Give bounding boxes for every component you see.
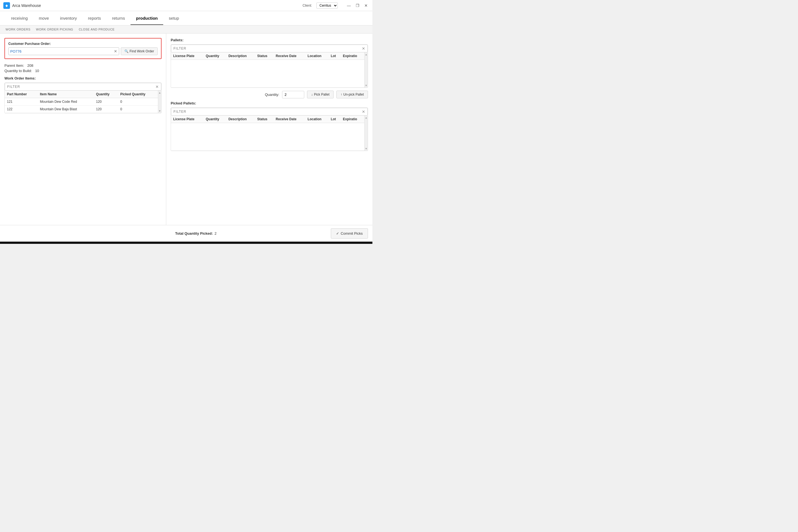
scroll-up-icon[interactable]: ▲ <box>364 52 368 57</box>
pallets-scrollbar[interactable]: ▲ ▼ <box>364 52 368 88</box>
col-part-number: Part Number <box>5 91 38 98</box>
pallets-table-scroll-container: License Plate Quantity Description Statu… <box>171 52 368 88</box>
nav-item-reports[interactable]: reports <box>82 11 107 25</box>
po-input[interactable] <box>10 49 114 54</box>
po-input-row: ✕ 🔍 Find Work Order <box>8 48 158 55</box>
right-panel: Pallets: ✕ License Plate Quantity Descri… <box>166 34 373 225</box>
parent-item-label: Parent Item: <box>4 63 24 68</box>
breadcrumb-work-orders[interactable]: WORK ORDERS <box>5 28 31 31</box>
col-status: Status <box>255 116 273 123</box>
maximize-button[interactable]: ❐ <box>355 3 361 8</box>
close-button[interactable]: ✕ <box>363 3 369 8</box>
po-input-wrapper: ✕ <box>8 48 119 55</box>
app-icon <box>3 2 10 9</box>
pallets-filter-input[interactable] <box>173 46 362 51</box>
main-content: Customer Purchase Order: ✕ 🔍 Find Work O… <box>0 34 373 225</box>
total-qty-row: Total Quantity Picked: 2 <box>175 231 217 235</box>
bottom-right: Total Quantity Picked: 2 ✓ Commit Picks <box>171 228 368 239</box>
scroll-up-icon[interactable]: ▲ <box>158 91 162 95</box>
work-order-items-label: Work Order Items: <box>4 76 162 80</box>
nav-item-setup[interactable]: setup <box>163 11 185 25</box>
empty-row <box>171 123 364 151</box>
total-qty-label: Total Quantity Picked: <box>175 231 213 235</box>
picked-table-scroll-container: License Plate Quantity Description Statu… <box>171 116 368 151</box>
col-expiration: Expiratio <box>341 52 364 60</box>
checkmark-icon: ✓ <box>336 231 339 235</box>
items-table: Part Number Item Name Quantity Picked Qu… <box>5 91 158 113</box>
col-description: Description <box>226 116 255 123</box>
col-expiration: Expiratio <box>341 116 364 123</box>
picked-filter-clear[interactable]: ✕ <box>362 110 365 114</box>
minimize-button[interactable]: — <box>345 3 352 8</box>
cell-part-number: 121 <box>5 98 38 106</box>
qty-to-build-row: Quantity to Build: 10 <box>4 69 162 73</box>
col-receive-date: Receive Date <box>273 52 305 60</box>
picked-filter-row: ✕ <box>171 108 368 116</box>
items-table-wrapper: ✕ Part Number Item Name Quantity Picked … <box>4 82 162 113</box>
pallets-filter-clear[interactable]: ✕ <box>362 46 365 51</box>
customer-po-label: Customer Purchase Order: <box>8 42 158 46</box>
table-row[interactable]: 121 Mountain Dew Code Red 120 0 <box>5 98 158 106</box>
table-row[interactable]: 122 Mountain Dew Baja Blast 120 0 <box>5 106 158 113</box>
breadcrumb-work-order-picking[interactable]: WORK ORDER PICKING <box>36 28 73 31</box>
cell-item-name: Mountain Dew Code Red <box>38 98 94 106</box>
parent-item-row: Parent Item: 208 <box>4 63 162 68</box>
items-scrollbar[interactable]: ▲ ▼ <box>158 91 161 113</box>
col-quantity: Quantity <box>94 91 118 98</box>
col-description: Description <box>226 52 255 60</box>
col-item-name: Item Name <box>38 91 94 98</box>
items-table-scroll-container: Part Number Item Name Quantity Picked Qu… <box>5 91 161 113</box>
col-picked-quantity: Picked Quantity <box>118 91 158 98</box>
picked-pallets-label: Picked Pallets: <box>171 101 368 105</box>
qty-to-build-value: 10 <box>35 69 39 73</box>
col-lot: Lot <box>329 52 341 60</box>
cell-item-name: Mountain Dew Baja Blast <box>38 106 94 113</box>
nav-item-receiving[interactable]: receiving <box>5 11 33 25</box>
app-title: Arca Warehouse <box>12 3 41 8</box>
col-license-plate: License Plate <box>171 116 203 123</box>
quantity-input[interactable] <box>282 91 304 98</box>
pallets-filter-row: ✕ <box>171 44 368 52</box>
col-quantity: Quantity <box>203 116 226 123</box>
bottom-bar: Total Quantity Picked: 2 ✓ Commit Picks <box>0 225 373 242</box>
col-status: Status <box>255 52 273 60</box>
find-work-order-button[interactable]: 🔍 Find Work Order <box>121 48 158 55</box>
commit-picks-button[interactable]: ✓ Commit Picks <box>331 228 368 239</box>
nav-bar: receiving move inventory reports returns… <box>0 11 373 25</box>
col-location: Location <box>305 116 329 123</box>
qty-to-build-label: Quantity to Build: <box>4 69 32 73</box>
picked-pallets-table: License Plate Quantity Description Statu… <box>171 116 364 151</box>
cell-picked-quantity: 0 <box>118 106 158 113</box>
scroll-down-icon[interactable]: ▼ <box>158 109 162 113</box>
scroll-up-icon[interactable]: ▲ <box>364 116 368 120</box>
nav-item-inventory[interactable]: inventory <box>55 11 82 25</box>
col-license-plate: License Plate <box>171 52 203 60</box>
items-filter-input[interactable] <box>7 85 155 89</box>
parent-item-value: 208 <box>27 63 33 68</box>
nav-item-move[interactable]: move <box>33 11 55 25</box>
items-filter-clear[interactable]: ✕ <box>155 84 159 89</box>
col-receive-date: Receive Date <box>273 116 305 123</box>
scroll-down-icon[interactable]: ▼ <box>364 147 368 151</box>
picked-filter-input[interactable] <box>173 110 362 114</box>
cell-quantity: 120 <box>94 98 118 106</box>
total-qty-value: 2 <box>214 231 216 235</box>
col-quantity: Quantity <box>203 52 226 60</box>
nav-item-returns[interactable]: returns <box>107 11 131 25</box>
nav-item-production[interactable]: production <box>131 11 163 25</box>
client-label: Client: <box>303 4 312 7</box>
scroll-down-icon[interactable]: ▼ <box>364 83 368 88</box>
pick-pallet-button[interactable]: ↓ Pick Pallet <box>307 91 334 98</box>
breadcrumb-close-and-produce[interactable]: CLOSE AND PRODUCE <box>79 28 115 31</box>
pallets-label: Pallets: <box>171 38 368 42</box>
unpick-pallet-button[interactable]: ↑ Un-pick Pallet <box>336 91 368 98</box>
picked-scrollbar[interactable]: ▲ ▼ <box>364 116 368 151</box>
left-panel: Customer Purchase Order: ✕ 🔍 Find Work O… <box>0 34 166 225</box>
quantity-row: Quantity: ↓ Pick Pallet ↑ Un-pick Pallet <box>171 91 368 98</box>
client-select[interactable]: Cerritus <box>317 2 338 8</box>
po-clear-button[interactable]: ✕ <box>114 49 117 54</box>
col-lot: Lot <box>329 116 341 123</box>
window-controls: — ❐ ✕ <box>345 3 369 8</box>
search-icon: 🔍 <box>125 49 129 53</box>
unpick-up-icon: ↑ <box>341 93 342 96</box>
